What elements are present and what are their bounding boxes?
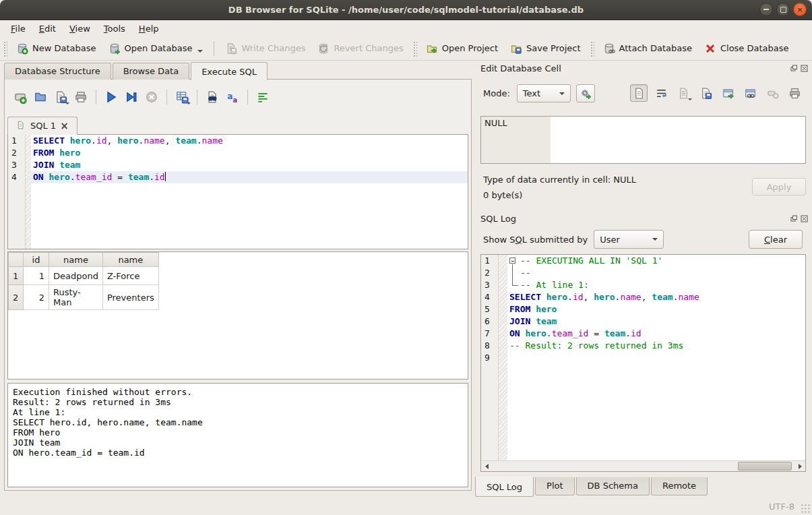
row-header[interactable]: 1	[9, 267, 24, 285]
toolbar-separator	[166, 90, 167, 104]
code-line	[481, 400, 805, 413]
cell[interactable]: Z-Force	[102, 267, 158, 285]
word-wrap-button[interactable]	[652, 84, 670, 102]
new-sql-tab-icon	[13, 90, 27, 104]
resize-grip[interactable]	[801, 504, 810, 513]
tab-database-structure[interactable]: Database Structure	[4, 63, 111, 80]
toolbar-button-label: Open Project	[442, 43, 498, 53]
scrollbar-thumb[interactable]	[738, 462, 792, 471]
close-panel-icon[interactable]	[801, 215, 808, 222]
code-text	[507, 376, 805, 388]
column-header-name[interactable]: name	[49, 253, 103, 267]
encoding-indicator: UTF-8	[769, 502, 794, 512]
revert-changes-icon	[317, 42, 330, 55]
execute-all-button[interactable]	[102, 88, 120, 106]
close-button[interactable]: ×	[793, 3, 807, 16]
cell-mode-select[interactable]: Text	[517, 84, 571, 102]
svg-text:a: a	[227, 92, 232, 101]
title-bar[interactable]: DB Browser for SQLite - /home/user/code/…	[0, 0, 812, 20]
menu-edit[interactable]: Edit	[32, 22, 63, 36]
line-number	[8, 195, 26, 208]
line-number	[481, 400, 499, 413]
copy-link-button[interactable]	[741, 84, 759, 102]
menu-tools[interactable]: Tools	[97, 22, 132, 36]
save-project-icon	[510, 42, 522, 55]
menu-help[interactable]: Help	[132, 22, 166, 36]
column-header-id[interactable]: id	[24, 253, 49, 267]
dock-tab-plot[interactable]: Plot	[535, 477, 575, 495]
export-data-button[interactable]	[697, 84, 714, 102]
save-sql-file-button[interactable]	[52, 88, 69, 106]
close-tab-icon[interactable]: ×	[60, 122, 69, 130]
scroll-left-icon[interactable]	[481, 461, 492, 471]
code-text: JOIN team	[507, 315, 805, 328]
apply-button: Apply	[752, 178, 806, 195]
cell[interactable]: Deadpond	[49, 267, 103, 285]
print-cell-button[interactable]	[786, 84, 803, 102]
tab-execute-sql[interactable]: Execute SQL	[191, 62, 268, 80]
open-sql-file-button[interactable]	[32, 88, 49, 106]
toggle-comment-button[interactable]	[254, 88, 272, 106]
write-changes-icon	[225, 42, 237, 55]
code-text	[31, 208, 468, 220]
code-line: 4ON hero.team_id = team.id	[8, 171, 468, 183]
log-filter-select[interactable]: User	[594, 230, 664, 249]
log-filter-value: User	[600, 235, 620, 245]
row-header[interactable]: 2	[9, 285, 24, 310]
close-panel-icon[interactable]	[801, 65, 808, 72]
open-project-button[interactable]: Open Project	[420, 39, 504, 58]
fold-collapse-icon[interactable]	[509, 255, 520, 267]
attach-database-button[interactable]: Attach Database	[597, 39, 698, 58]
cell[interactable]: Preventers	[102, 285, 158, 310]
line-number	[481, 425, 499, 437]
text-mode-button[interactable]	[630, 84, 648, 102]
cell-editor-blank	[551, 117, 805, 163]
code-text	[507, 449, 805, 461]
set-null-button	[763, 84, 781, 102]
cell[interactable]: 2	[24, 285, 49, 310]
float-panel-icon[interactable]	[790, 65, 798, 72]
scroll-right-icon[interactable]	[794, 461, 805, 471]
clear-log-button[interactable]: Clear	[749, 230, 803, 249]
open-external-icon	[722, 87, 735, 100]
fold-margin	[499, 425, 507, 437]
find-button[interactable]	[204, 88, 221, 106]
new-database-button[interactable]: New Database	[10, 39, 102, 58]
dock-tab-db-schema[interactable]: DB Schema	[576, 477, 650, 495]
save-project-button[interactable]: Save Project	[504, 39, 587, 58]
float-panel-icon[interactable]	[790, 215, 798, 222]
minimize-button[interactable]	[759, 3, 773, 16]
horizontal-scrollbar[interactable]	[481, 460, 805, 471]
open-database-button[interactable]: Open Database	[102, 39, 210, 58]
code-line	[481, 364, 805, 376]
toolbar-button-label: Open Database	[125, 43, 193, 53]
column-header-name[interactable]: name	[102, 253, 158, 267]
dock-tab-sql-log[interactable]: SQL Log	[475, 477, 534, 497]
save-results-button[interactable]	[173, 88, 191, 106]
cell[interactable]: 1	[24, 267, 49, 285]
open-external-button[interactable]	[719, 84, 737, 102]
print-button[interactable]	[72, 88, 90, 106]
dock-tab-remote[interactable]: Remote	[651, 477, 708, 495]
tab-browse-data[interactable]: Browse Data	[113, 63, 190, 80]
cell-editor[interactable]: NULL	[480, 116, 806, 164]
sql-log-view[interactable]: 1-- EXECUTING ALL IN 'SQL 1'2--3-- At li…	[480, 254, 806, 472]
code-text	[507, 352, 805, 364]
cell[interactable]: Rusty-Man	[49, 285, 103, 310]
execute-current-line-button[interactable]	[123, 88, 140, 106]
sql-editor[interactable]: 1SELECT hero.id, hero.name, team.name2FR…	[7, 134, 468, 249]
new-sql-tab-button[interactable]	[11, 88, 29, 106]
line-number: 4	[8, 171, 26, 183]
sql-file-tab[interactable]: SQL 1 ×	[7, 117, 77, 135]
execution-status-log[interactable]: Execution finished without errors. Resul…	[7, 383, 468, 487]
auto-switch-mode-button[interactable]	[576, 84, 595, 102]
execute-current-line-icon	[125, 90, 138, 104]
maximize-button[interactable]	[776, 3, 790, 16]
format-sql-button[interactable]: aa	[224, 88, 241, 106]
results-grid[interactable]: idnamename11DeadpondZ-Force22Rusty-ManPr…	[7, 251, 468, 380]
code-text: --	[507, 267, 805, 279]
menu-file[interactable]: File	[4, 22, 32, 36]
open-sql-file-icon	[34, 90, 47, 104]
menu-view[interactable]: View	[63, 22, 97, 36]
close-database-button[interactable]: Close Database	[698, 39, 795, 58]
